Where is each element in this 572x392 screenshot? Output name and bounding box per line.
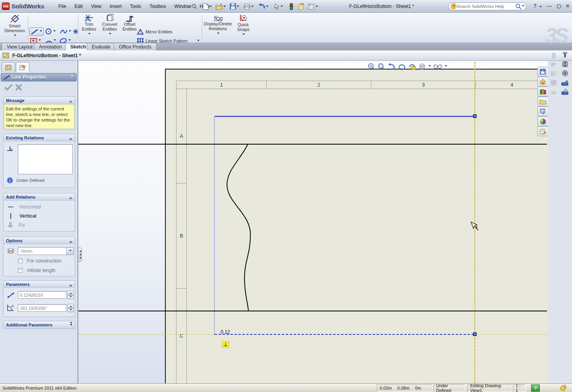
task-pane-tab-custom-properties[interactable] bbox=[537, 126, 548, 136]
task-pane-tab-file-explorer[interactable] bbox=[537, 97, 548, 106]
sheet-scale-cell[interactable]: 1 : 1 bbox=[513, 384, 525, 392]
select-pointer-icon[interactable] bbox=[273, 2, 281, 11]
menu-tools[interactable]: Tools bbox=[126, 0, 145, 13]
line-tool-button[interactable] bbox=[29, 27, 44, 36]
print-caret[interactable] bbox=[251, 6, 254, 8]
arc-tool-caret[interactable] bbox=[54, 39, 56, 42]
expand-chevron-icon[interactable] bbox=[70, 322, 72, 327]
endpoint-handle-top[interactable] bbox=[473, 114, 477, 118]
sketch-line-horizontal-top[interactable] bbox=[78, 144, 547, 145]
angle-input[interactable] bbox=[18, 304, 66, 312]
rotate-view-icon[interactable] bbox=[398, 63, 406, 70]
display-delete-relations-button[interactable]: 6 Display/Delete Relations bbox=[204, 14, 232, 42]
smart-dimension-caret[interactable] bbox=[14, 35, 16, 37]
zoom-to-area-icon[interactable] bbox=[378, 63, 385, 70]
maximize-button[interactable]: ▢ bbox=[555, 3, 563, 10]
feature-manager-tab[interactable] bbox=[2, 62, 15, 72]
display-delete-relations-caret[interactable] bbox=[217, 33, 219, 35]
menu-insert[interactable]: Insert bbox=[106, 0, 125, 13]
task-list-icon[interactable] bbox=[307, 2, 316, 11]
traffic-light-icon[interactable] bbox=[287, 2, 296, 11]
hide-show-items-icon[interactable] bbox=[433, 64, 442, 69]
hide-show-items-caret[interactable] bbox=[445, 65, 447, 68]
property-manager-tab[interactable] bbox=[16, 62, 29, 72]
mirror-entities-button[interactable]: Mirror Entities bbox=[137, 27, 200, 36]
close-button[interactable]: ✕ bbox=[564, 3, 572, 10]
sketch-spline[interactable] bbox=[213, 142, 261, 313]
add-vertical-relation[interactable]: Vertical bbox=[8, 212, 37, 220]
quick-snaps-button[interactable]: Quick Snaps bbox=[234, 14, 253, 42]
task-pane-tab-view-palette[interactable] bbox=[537, 106, 548, 116]
collapse-chevron-icon[interactable] bbox=[69, 195, 72, 199]
tag-icon[interactable] bbox=[559, 385, 567, 391]
new-document-icon[interactable] bbox=[201, 2, 210, 11]
checkbox-icon[interactable] bbox=[18, 259, 23, 263]
menu-view[interactable]: View bbox=[87, 0, 105, 13]
circle-tool-button[interactable] bbox=[45, 27, 58, 36]
undo-caret[interactable] bbox=[266, 6, 268, 8]
search-input[interactable] bbox=[457, 4, 516, 9]
angle-spinner[interactable] bbox=[68, 304, 74, 312]
convert-entities-caret[interactable] bbox=[109, 33, 111, 36]
menu-pin-icon[interactable] bbox=[190, 2, 199, 11]
cancel-button[interactable] bbox=[15, 84, 22, 91]
collapse-chevron-icon[interactable] bbox=[69, 239, 72, 243]
minimize-button[interactable]: — bbox=[545, 3, 553, 10]
existing-relations-header[interactable]: Existing Relations bbox=[4, 134, 75, 141]
display-style-caret[interactable] bbox=[429, 65, 431, 68]
tab-office-products[interactable]: Office Products bbox=[114, 43, 157, 50]
disabled-tool-extrude-icon[interactable] bbox=[549, 50, 558, 60]
parameters-header[interactable]: Parameters bbox=[4, 281, 75, 288]
collapse-chevron-icon[interactable] bbox=[69, 283, 72, 286]
checkbox-icon[interactable] bbox=[18, 268, 23, 273]
offset-entities-button[interactable]: Offset Entities bbox=[121, 15, 138, 42]
options-header[interactable]: Options bbox=[4, 237, 75, 244]
menu-file[interactable]: File bbox=[55, 0, 70, 13]
disabled-tool-shell-icon[interactable] bbox=[549, 87, 558, 96]
selected-sketch-line[interactable] bbox=[215, 116, 475, 117]
trim-entities-button[interactable]: Trim Entities bbox=[79, 14, 99, 42]
ellipse-tool-caret[interactable] bbox=[68, 39, 71, 42]
message-group-header[interactable]: Message bbox=[4, 97, 75, 104]
editing-mode-cell[interactable]: Editing Drawing View1 bbox=[467, 384, 512, 392]
spline-tool-button[interactable] bbox=[59, 27, 72, 36]
panel-help-button[interactable]: ? bbox=[70, 73, 73, 81]
search-icon[interactable] bbox=[516, 4, 522, 10]
quick-tips-button[interactable]: ? bbox=[531, 384, 540, 392]
point-tool-button[interactable] bbox=[72, 27, 80, 36]
task-pane-tab-save-models[interactable]: mx bbox=[537, 67, 548, 77]
smart-dimension-button[interactable]: Smart Dimension bbox=[3, 14, 26, 42]
relations-listbox[interactable] bbox=[18, 144, 73, 174]
task-list-caret[interactable] bbox=[316, 6, 318, 8]
toolbox-bearing-calculator-icon[interactable] bbox=[560, 60, 570, 69]
add-relations-header[interactable]: Add Relations bbox=[4, 193, 75, 201]
convert-entities-button[interactable]: Convert Entities bbox=[99, 14, 120, 42]
toolbox-cams-icon[interactable] bbox=[560, 69, 570, 78]
print-icon[interactable] bbox=[242, 2, 251, 11]
properties-icon[interactable] bbox=[297, 2, 305, 11]
quick-snaps-caret[interactable] bbox=[242, 33, 245, 36]
save-caret[interactable] bbox=[237, 6, 239, 8]
additional-parameters-header[interactable]: Additional Parameters bbox=[4, 321, 75, 328]
task-pane-tab-resources[interactable] bbox=[537, 77, 548, 87]
endpoint-handle-bottom[interactable] bbox=[473, 332, 477, 336]
trim-entities-caret[interactable] bbox=[88, 33, 91, 36]
line-tool-caret[interactable] bbox=[40, 30, 42, 33]
circle-tool-caret[interactable] bbox=[53, 30, 56, 33]
toolbox-structural-steel-icon[interactable] bbox=[560, 87, 570, 96]
tab-annotation[interactable]: Annotation bbox=[34, 43, 67, 50]
search-caret[interactable] bbox=[522, 5, 524, 8]
spline-tool-caret[interactable] bbox=[69, 30, 71, 33]
spin-down-icon[interactable] bbox=[68, 295, 74, 299]
infinite-length-checkbox[interactable]: Infinite length bbox=[18, 268, 55, 273]
toolbox-grooves-icon[interactable] bbox=[560, 78, 570, 87]
toolbox-beam-calculator-icon[interactable] bbox=[560, 50, 570, 60]
new-document-caret[interactable] bbox=[209, 6, 212, 8]
select-caret[interactable] bbox=[281, 6, 283, 8]
previous-view-icon[interactable] bbox=[388, 63, 396, 70]
menu-toolbox[interactable]: Toolbox bbox=[146, 0, 169, 13]
layer-select[interactable]: -None- bbox=[18, 247, 74, 255]
collapse-chevron-icon[interactable] bbox=[69, 136, 72, 140]
help-button[interactable]: ? bbox=[531, 3, 539, 10]
linear-sketch-pattern-caret[interactable] bbox=[197, 40, 200, 42]
